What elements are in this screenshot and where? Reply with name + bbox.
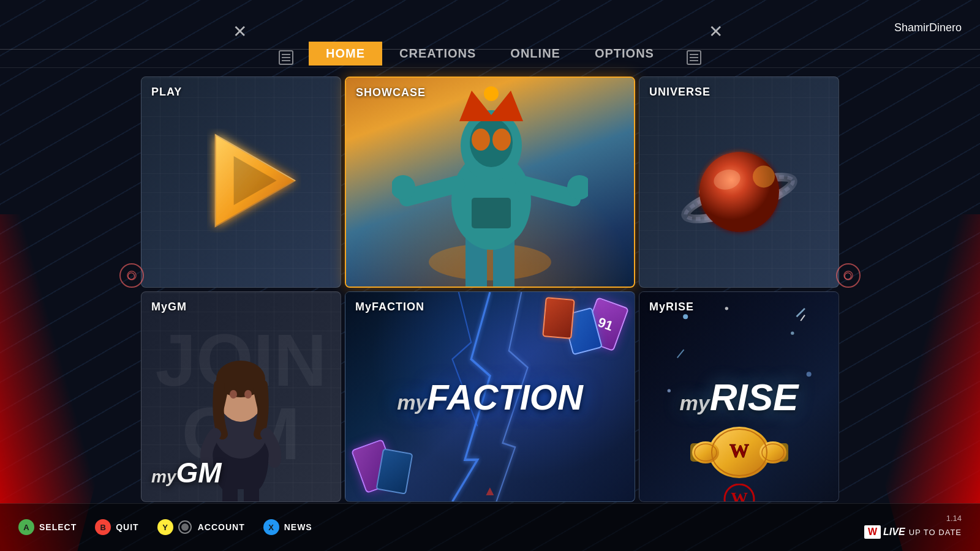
svg-rect-1 bbox=[282, 57, 290, 58]
btn-select-label: SELECT bbox=[39, 522, 77, 532]
close-left-button[interactable]: ✕ bbox=[233, 21, 247, 42]
account-sub-icon bbox=[178, 520, 192, 534]
username-display: ShamirDinero bbox=[894, 21, 962, 34]
svg-point-37 bbox=[753, 166, 775, 188]
svg-line-53 bbox=[677, 350, 684, 358]
svg-point-44 bbox=[230, 390, 237, 399]
myfaction-my-prefix: my bbox=[397, 390, 427, 413]
svg-rect-28 bbox=[472, 198, 511, 228]
mygm-logo: myGM bbox=[151, 456, 222, 489]
main-grid: PLAY bbox=[141, 77, 839, 502]
card-myrise[interactable]: MyRISE myRISE W bbox=[639, 291, 839, 503]
card-mygm[interactable]: MyGM JOINGM bbox=[141, 291, 341, 503]
card-mygm-label: MyGM bbox=[151, 301, 187, 313]
card-play[interactable]: PLAY bbox=[141, 77, 341, 288]
nav-icon-right bbox=[687, 50, 701, 65]
card-myfaction-label: MyFACTION bbox=[355, 301, 424, 313]
svg-text:◯: ◯ bbox=[844, 272, 852, 280]
scroll-right-button[interactable]: ◯ bbox=[836, 263, 861, 288]
wwe-text: W bbox=[868, 527, 877, 538]
svg-text:W: W bbox=[729, 440, 749, 462]
wwe-logo-box: W bbox=[864, 525, 881, 539]
scroll-left-button[interactable]: ◯ bbox=[119, 263, 144, 288]
btn-hint-account: Y ACCOUNT bbox=[157, 519, 245, 535]
btn-account-label: ACCOUNT bbox=[198, 522, 245, 532]
wwe-w-logo: W bbox=[715, 484, 764, 502]
scroll-up-arrow: ▲ bbox=[483, 483, 497, 499]
myfaction-logo: myFACTION bbox=[397, 376, 583, 417]
bottom-bar: A SELECT B QUIT Y ACCOUNT X NEWS bbox=[0, 503, 980, 551]
svg-point-45 bbox=[244, 390, 252, 399]
mygm-my-prefix: my bbox=[151, 467, 176, 486]
side-decoration-right bbox=[839, 214, 980, 551]
account-icon-inner bbox=[181, 523, 189, 531]
nav-item-creations[interactable]: CREATIONS bbox=[382, 42, 493, 66]
svg-text:◯: ◯ bbox=[127, 272, 135, 280]
nav-item-online[interactable]: ONLINE bbox=[493, 42, 578, 66]
card-myrise-label: MyRISE bbox=[649, 301, 694, 313]
card-universe-label: UNIVERSE bbox=[649, 86, 710, 99]
svg-point-46 bbox=[683, 314, 688, 319]
btn-x-label: X bbox=[268, 523, 274, 532]
svg-point-48 bbox=[725, 307, 728, 310]
myrise-my-prefix: my bbox=[680, 391, 710, 414]
btn-x-circle: X bbox=[263, 519, 279, 535]
card-universe[interactable]: UNIVERSE bbox=[639, 77, 839, 288]
play-icon bbox=[197, 129, 301, 235]
showcase-wrestler bbox=[392, 78, 588, 288]
card-showcase[interactable]: SHOWCASE bbox=[345, 77, 635, 288]
btn-hint-quit: B QUIT bbox=[95, 519, 138, 535]
main-nav: HOME CREATIONS ONLINE OPTIONS bbox=[309, 42, 671, 66]
btn-b-circle: B bbox=[95, 519, 111, 535]
svg-line-52 bbox=[801, 315, 805, 320]
wwe-belt-icon: W bbox=[690, 422, 788, 483]
side-decoration-left bbox=[0, 214, 141, 551]
nav-icon-left bbox=[279, 50, 293, 65]
card-myfaction[interactable]: 91 MyFACTION myFACTION bbox=[345, 291, 635, 503]
svg-point-49 bbox=[807, 372, 812, 377]
header: ✕ ✕ ShamirDinero HOME CREATIONS ONLINE O… bbox=[0, 0, 980, 70]
nav-item-home[interactable]: HOME bbox=[309, 42, 382, 66]
svg-point-25 bbox=[484, 86, 499, 101]
btn-hint-select: A SELECT bbox=[18, 519, 77, 535]
wwe-live-badge: W LIVE UP TO DATE bbox=[864, 525, 962, 539]
svg-rect-0 bbox=[282, 54, 290, 55]
btn-quit-label: QUIT bbox=[116, 522, 138, 532]
svg-rect-3 bbox=[690, 54, 698, 55]
svg-rect-4 bbox=[690, 57, 698, 58]
svg-rect-2 bbox=[282, 60, 290, 61]
card-visual-3 bbox=[542, 297, 575, 339]
btn-y-circle: Y bbox=[157, 519, 173, 535]
wwe-live-logo: W LIVE bbox=[864, 525, 905, 539]
version-number: 1.14 bbox=[946, 514, 962, 523]
svg-point-47 bbox=[791, 331, 794, 334]
btn-hint-news: X NEWS bbox=[263, 519, 312, 535]
card-showcase-label: SHOWCASE bbox=[356, 86, 426, 99]
close-right-button[interactable]: ✕ bbox=[709, 21, 723, 42]
btn-y-key: Y bbox=[162, 523, 168, 532]
svg-point-22 bbox=[472, 129, 490, 151]
up-to-date-status: UP TO DATE bbox=[909, 528, 962, 537]
btn-a-label: A bbox=[23, 523, 29, 532]
wwe-live-section: W LIVE UP TO DATE bbox=[864, 525, 962, 539]
myrise-logo: myRISE bbox=[680, 375, 799, 418]
card-play-label: PLAY bbox=[151, 86, 182, 99]
btn-b-label: B bbox=[100, 523, 106, 532]
btn-a-circle: A bbox=[18, 519, 34, 535]
btn-news-label: NEWS bbox=[284, 522, 312, 532]
svg-point-50 bbox=[668, 389, 671, 392]
svg-point-58 bbox=[760, 441, 786, 463]
svg-line-51 bbox=[797, 308, 805, 316]
svg-point-23 bbox=[492, 129, 511, 151]
svg-text:W: W bbox=[731, 489, 748, 502]
planet-icon bbox=[678, 137, 801, 250]
nav-item-options[interactable]: OPTIONS bbox=[578, 42, 671, 66]
svg-rect-5 bbox=[690, 60, 698, 61]
svg-point-57 bbox=[692, 441, 719, 463]
live-text: LIVE bbox=[883, 527, 905, 538]
